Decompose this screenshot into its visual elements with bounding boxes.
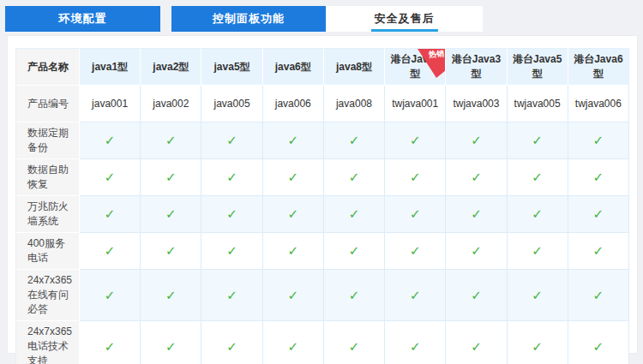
table-cell: ✓ xyxy=(568,159,629,196)
table-cell: ✓ xyxy=(141,233,201,270)
table-cell: ✓ xyxy=(568,321,629,364)
checkmark-icon: ✓ xyxy=(226,339,237,354)
table-cell: ✓ xyxy=(385,122,446,159)
table-cell: ✓ xyxy=(141,122,201,159)
column-header-label: java2型 xyxy=(153,61,189,73)
table-cell: ✓ xyxy=(324,159,385,196)
table-cell: ✓ xyxy=(324,196,385,233)
table-cell: twjava005 xyxy=(508,86,568,122)
checkmark-icon: ✓ xyxy=(105,170,116,184)
table-cell: ✓ xyxy=(446,122,507,159)
table-row: 24x7x365在线有问必答✓✓✓✓✓✓✓✓✓ xyxy=(15,270,629,321)
column-header: 港台Java6型 xyxy=(568,48,629,86)
table-cell: ✓ xyxy=(263,270,324,321)
table-cell: ✓ xyxy=(80,270,141,321)
tab-security-aftersales[interactable]: 安全及售后 xyxy=(326,6,483,32)
table-cell: ✓ xyxy=(201,196,262,233)
column-header-label: 港台Java5型 xyxy=(513,53,562,80)
checkmark-icon: ✓ xyxy=(165,243,177,258)
table-cell: ✓ xyxy=(80,196,141,233)
column-header-label: java5型 xyxy=(214,61,250,73)
checkmark-icon: ✓ xyxy=(410,243,421,258)
row-label: 数据自助恢复 xyxy=(15,159,80,196)
table-cell: ✓ xyxy=(385,196,446,233)
checkmark-icon: ✓ xyxy=(349,288,360,302)
column-header: java5型 xyxy=(201,48,262,86)
table-cell: ✓ xyxy=(385,159,446,196)
table-cell: ✓ xyxy=(201,321,262,364)
table-cell: ✓ xyxy=(324,122,385,159)
table-cell: ✓ xyxy=(508,270,568,321)
table-cell: ✓ xyxy=(80,321,141,364)
checkmark-icon: ✓ xyxy=(165,206,177,221)
table-cell: ✓ xyxy=(141,321,201,364)
table-cell: ✓ xyxy=(568,233,629,270)
table-cell: ✓ xyxy=(446,321,507,364)
table-cell: java006 xyxy=(263,86,324,122)
checkmark-icon: ✓ xyxy=(471,243,482,258)
table-cell: ✓ xyxy=(568,122,629,159)
table-cell: ✓ xyxy=(201,233,262,270)
table-row: 400服务电话✓✓✓✓✓✓✓✓✓ xyxy=(15,233,629,270)
row-label: 24x7x365电话技术支持 xyxy=(15,321,80,364)
checkmark-icon: ✓ xyxy=(349,170,360,184)
table-header: 产品名称java1型java2型java5型java6型java8型港台Java… xyxy=(15,48,629,86)
checkmark-icon: ✓ xyxy=(410,133,421,147)
checkmark-icon: ✓ xyxy=(165,170,177,184)
checkmark-icon: ✓ xyxy=(287,170,298,184)
checkmark-icon: ✓ xyxy=(532,243,543,258)
checkmark-icon: ✓ xyxy=(226,243,237,258)
checkmark-icon: ✓ xyxy=(287,243,298,258)
comparison-card: 产品名称java1型java2型java5型java6型java8型港台Java… xyxy=(7,35,638,354)
column-header: java1型 xyxy=(80,48,141,86)
table-cell: java005 xyxy=(201,86,262,122)
row-label: 数据定期备份 xyxy=(15,122,80,159)
checkmark-icon: ✓ xyxy=(349,206,360,221)
table-cell: ✓ xyxy=(385,233,446,270)
checkmark-icon: ✓ xyxy=(287,206,298,221)
table-cell: ✓ xyxy=(201,159,262,196)
row-label: 产品编号 xyxy=(15,86,80,122)
checkmark-icon: ✓ xyxy=(349,133,360,147)
checkmark-icon: ✓ xyxy=(410,288,421,302)
column-header-label: 港台Java1型 xyxy=(391,53,440,80)
table-cell: ✓ xyxy=(263,159,324,196)
column-header: 港台Java3型 xyxy=(446,48,507,86)
table-cell: ✓ xyxy=(324,270,385,321)
checkmark-icon: ✓ xyxy=(226,288,237,302)
checkmark-icon: ✓ xyxy=(471,339,482,354)
column-header: 港台Java5型 xyxy=(508,48,568,86)
checkmark-icon: ✓ xyxy=(226,133,237,147)
table-cell: ✓ xyxy=(508,196,568,233)
checkmark-icon: ✓ xyxy=(105,133,116,147)
table-cell: ✓ xyxy=(80,122,141,159)
row-label: 24x7x365在线有问必答 xyxy=(15,270,80,321)
table-cell: ✓ xyxy=(141,270,201,321)
column-header-label: java8型 xyxy=(336,61,372,73)
table-cell: ✓ xyxy=(201,270,262,321)
checkmark-icon: ✓ xyxy=(593,243,604,258)
column-header: java2型 xyxy=(141,48,201,86)
checkmark-icon: ✓ xyxy=(593,133,604,147)
tab-control-panel-features[interactable]: 控制面板功能 xyxy=(171,6,326,32)
checkmark-icon: ✓ xyxy=(532,339,543,354)
table-cell: ✓ xyxy=(141,196,201,233)
column-header: java8型 xyxy=(324,48,385,86)
column-header: java6型 xyxy=(263,48,324,86)
checkmark-icon: ✓ xyxy=(165,339,177,354)
checkmark-icon: ✓ xyxy=(532,206,543,221)
table-cell: twjava006 xyxy=(568,86,629,122)
table-cell: ✓ xyxy=(385,321,446,364)
checkmark-icon: ✓ xyxy=(105,339,116,354)
table-cell: twjava001 xyxy=(385,86,446,122)
table-cell: ✓ xyxy=(446,196,507,233)
checkmark-icon: ✓ xyxy=(349,243,360,258)
tab-environment-config[interactable]: 环境配置 xyxy=(5,6,160,32)
table-cell: ✓ xyxy=(446,270,507,321)
table-cell: java002 xyxy=(141,86,201,122)
checkmark-icon: ✓ xyxy=(165,133,177,147)
table-cell: ✓ xyxy=(80,159,141,196)
table-cell: ✓ xyxy=(446,233,507,270)
column-header-label: java1型 xyxy=(92,61,128,73)
checkmark-icon: ✓ xyxy=(349,339,360,354)
